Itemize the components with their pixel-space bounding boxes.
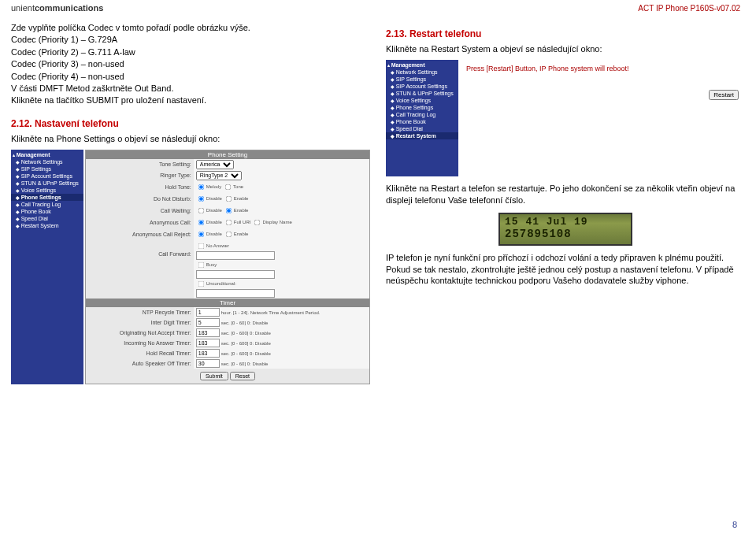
radio-anonr-disable[interactable] [198,231,204,237]
input-orig-na[interactable] [196,328,220,337]
sidebar-item-sip[interactable]: SIP Settings [386,76,458,83]
suffix-orig-na: sec. [0 - 600] 0: Disable [221,331,271,336]
sidebar-item-speed-dial[interactable]: Speed Dial [11,215,83,222]
opt-anon-full: Full URI [234,220,251,224]
lcd-line-1: 15 41 Jul 19 [505,216,626,228]
intro-line: Codec (Priority 4) – non-used [11,71,370,83]
sidebar-item-management[interactable]: Management [11,151,83,158]
radio-hold-tone[interactable] [225,184,232,190]
radio-anon-full[interactable] [225,219,232,225]
input-incoming-na[interactable] [196,339,220,347]
sidebar-nav-right: Management Network Settings SIP Settings… [386,60,458,176]
lcd-line-2: 257895108 [505,228,626,241]
opt-hold-melody: Melody [206,184,221,189]
sidebar-item-sip[interactable]: SIP Settings [11,165,83,172]
intro-line: Codec (Priority 3) – non-used [11,58,370,70]
check-cf-busy[interactable] [198,261,204,268]
radio-anon-display[interactable] [254,219,261,225]
sidebar-item-stun[interactable]: STUN & UPnP Settings [386,90,458,97]
input-interdigit[interactable] [196,318,220,327]
sidebar-item-restart[interactable]: Restart System [386,132,458,139]
suffix-hold-recall: sec. [0 - 600] 0: Disable [221,351,271,356]
sidebar-item-sip-account[interactable]: SIP Account Settings [11,172,83,180]
model-label: ACT IP Phone P160S-v07.02 [638,4,740,13]
radio-anonr-enable[interactable] [225,231,232,237]
radio-cw-enable[interactable] [225,207,232,213]
input-cf-uncond[interactable] [196,289,275,298]
phone-setting-panel: Phone Setting Tone Setting: America Ring… [85,150,370,384]
sidebar-item-voice[interactable]: Voice Settings [11,187,83,194]
section-sub-213: Klikněte na Restart System a objeví se n… [386,44,745,54]
sidebar-item-network[interactable]: Network Settings [386,69,458,76]
sidebar-item-network[interactable]: Network Settings [11,158,83,165]
sidebar-item-phone-settings[interactable]: Phone Settings [11,194,83,201]
opt-cf-busy: Busy [206,262,217,267]
sidebar-item-phone-settings[interactable]: Phone Settings [386,104,458,111]
suffix-auto-speaker: sec. [0 - 60] 0: Disable [221,362,269,366]
label-auto-speaker: Auto Speaker Off Timer: [86,358,194,369]
sidebar-item-stun[interactable]: STUN & UPnP Settings [11,180,83,187]
panel-title-timer: Timer [86,299,369,307]
radio-dnd-disable[interactable] [198,195,204,202]
submit-button[interactable]: Submit [200,372,228,380]
sidebar-item-voice[interactable]: Voice Settings [386,97,458,104]
label-hold-recall: Hold Recall Timer: [86,348,194,358]
para-conclusion: IP telefon je nyní funkční pro příchozí … [386,252,745,287]
opt-cf-noanswer: No Answer [206,243,229,248]
label-interdigit: Inter Digit Timer: [86,317,194,328]
input-hold-recall[interactable] [196,349,220,358]
sidebar-item-sip-account[interactable]: SIP Account Settings [386,83,458,90]
brand-suffix: communications [35,3,103,13]
opt-anonr-enable: Enable [234,232,249,236]
radio-cw-disable[interactable] [198,207,204,213]
restart-ui: Management Network Settings SIP Settings… [386,60,745,176]
input-cf-busy[interactable] [196,270,275,279]
opt-anon-display: Display Name [262,220,291,224]
opt-anonr-disable: Disable [206,232,222,236]
opt-cw-enable: Enable [234,208,249,213]
label-anon-reject: Anonymous Call Reject: [86,228,194,240]
opt-anon-disable: Disable [206,220,222,224]
label-orig-na: Originating Not Accept Timer: [86,328,194,338]
restart-button[interactable]: Restart [709,90,739,100]
section-sub-212: Klikněte na Phone Settings o objeví se n… [11,134,370,143]
brand-prefix: unient [11,3,35,13]
intro-line: V části DMFT Metod zaškrtněte Out Band. [11,83,370,95]
select-tone-setting[interactable]: America [196,160,234,169]
input-ntp[interactable] [196,308,220,317]
page-number: 8 [732,520,737,529]
radio-dnd-enable[interactable] [225,195,232,202]
radio-anon-disable[interactable] [198,219,204,225]
input-auto-speaker[interactable] [196,359,220,368]
opt-cw-disable: Disable [206,208,222,213]
opt-cf-uncond: Unconditional: [206,281,236,286]
input-cf-noanswer[interactable] [196,251,275,260]
phone-lcd: 15 41 Jul 19 257895108 [498,213,632,246]
intro-line: Codec (Priority 1) – G.729A [11,34,370,46]
label-hold-tone: Hold Tone: [86,181,194,193]
restart-panel: Press [Restart] Button, IP Phone system … [460,60,745,176]
sidebar-item-call-tracing[interactable]: Call Tracing Log [386,111,458,118]
check-cf-uncond[interactable] [198,280,204,287]
sidebar-item-call-tracing[interactable]: Call Tracing Log [11,201,83,208]
restart-message: Press [Restart] Button, IP Phone system … [466,65,739,72]
sidebar-item-phone-book[interactable]: Phone Book [386,118,458,125]
label-tone-setting: Tone Setting: [86,159,194,170]
sidebar-item-restart[interactable]: Restart System [11,222,83,229]
select-ringer-type[interactable]: RingType 2 [196,171,242,180]
opt-dnd-enable: Enable [234,196,249,201]
sidebar-item-phone-book[interactable]: Phone Book [11,208,83,215]
sidebar-item-management[interactable]: Management [386,61,458,69]
check-cf-noanswer[interactable] [198,243,204,249]
opt-dnd-disable: Disable [206,196,222,201]
brand-logo: unientcommunications [11,3,103,13]
reset-button[interactable]: Reset [230,372,255,380]
radio-hold-melody[interactable] [198,184,204,190]
section-heading-212: 2.12. Nastavení telefonu [11,118,370,129]
intro-line: Klikněte na tlačítko SUBMIT pro uložení … [11,95,370,106]
panel-title-phone: Phone Setting [86,150,369,159]
intro-block: Zde vyplňte políčka Codec v tomto pořadí… [11,22,370,107]
sidebar-item-speed-dial[interactable]: Speed Dial [386,125,458,132]
opt-hold-tone: Tone [233,184,243,189]
intro-line: Zde vyplňte políčka Codec v tomto pořadí… [11,22,370,34]
